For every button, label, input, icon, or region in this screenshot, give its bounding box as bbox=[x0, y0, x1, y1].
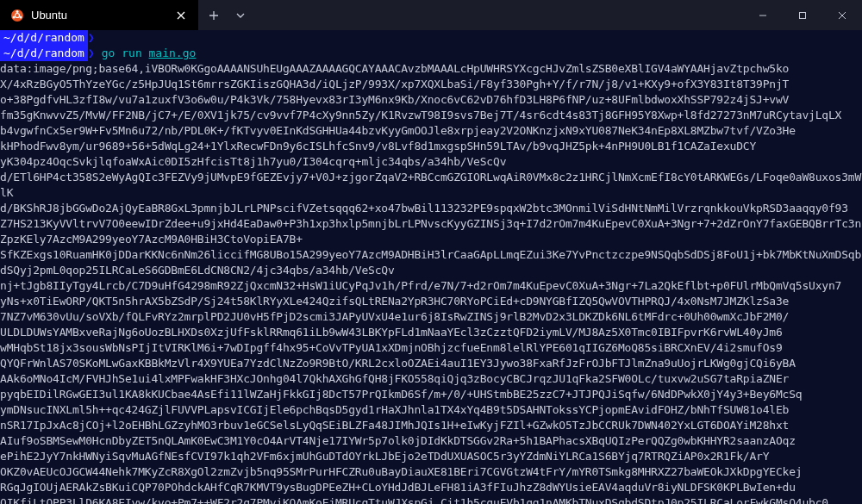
new-tab-button[interactable] bbox=[198, 0, 228, 30]
ubuntu-icon bbox=[10, 9, 24, 22]
minimize-button[interactable] bbox=[743, 0, 783, 30]
window-titlebar: Ubuntu bbox=[0, 0, 862, 30]
prompt-path: ~/d/d/random bbox=[0, 30, 88, 46]
svg-rect-5 bbox=[800, 12, 806, 18]
window-controls bbox=[743, 0, 862, 30]
command-file-arg: main.go bbox=[149, 47, 197, 59]
command-name: go bbox=[102, 47, 116, 59]
prompt-chevron-icon: ❯ bbox=[88, 30, 95, 46]
tab-ubuntu[interactable]: Ubuntu bbox=[0, 0, 198, 30]
terminal-output: data:image/png;base64,iVBORw0KGgoAAAANSU… bbox=[0, 61, 862, 504]
svg-point-1 bbox=[16, 10, 19, 13]
command-text: go run main.go bbox=[102, 46, 197, 61]
command-arg: run bbox=[122, 47, 141, 59]
close-tab-icon[interactable] bbox=[174, 9, 188, 22]
prompt-path: ~/d/d/random bbox=[0, 46, 88, 61]
prompt-line-1: ~/d/d/random❯ bbox=[0, 30, 862, 46]
close-button[interactable] bbox=[822, 0, 862, 30]
tab-dropdown-button[interactable] bbox=[228, 0, 253, 30]
tab-strip: Ubuntu bbox=[0, 0, 743, 30]
maximize-button[interactable] bbox=[783, 0, 822, 30]
prompt-chevron-icon: ❯ bbox=[88, 46, 95, 61]
terminal-body[interactable]: ~/d/d/random❯ ~/d/d/random❯ go run main.… bbox=[0, 30, 862, 504]
tab-label: Ubuntu bbox=[31, 9, 167, 22]
prompt-line-2: ~/d/d/random❯ go run main.go bbox=[0, 46, 862, 61]
